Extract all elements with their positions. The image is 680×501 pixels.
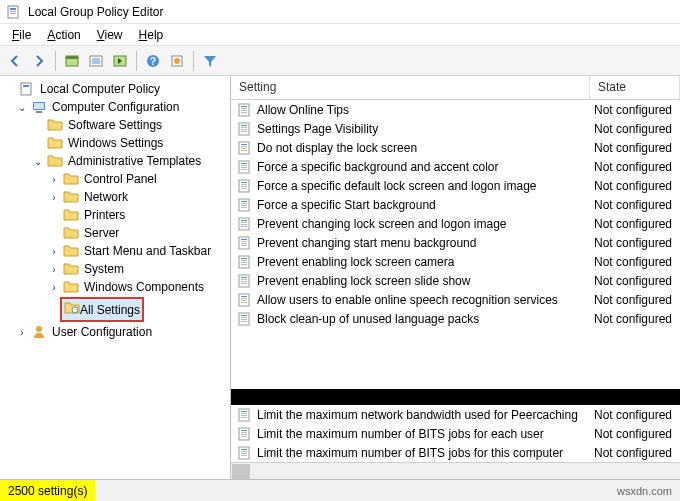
chevron-right-icon[interactable]: › <box>48 264 60 275</box>
tree-start-menu[interactable]: › Start Menu and Taskbar <box>0 242 230 260</box>
list-body[interactable]: Limit the maximum network bandwidth used… <box>231 405 680 462</box>
svg-rect-90 <box>241 434 247 435</box>
window-title: Local Group Policy Editor <box>28 5 163 19</box>
list-row[interactable]: Allow users to enable online speech reco… <box>231 290 680 309</box>
tree-label: Computer Configuration <box>50 100 181 114</box>
list-row[interactable]: Force a specific Start backgroundNot con… <box>231 195 680 214</box>
setting-state: Not configured <box>590 160 680 174</box>
list-row[interactable]: Force a specific background and accent c… <box>231 157 680 176</box>
tree-network[interactable]: › Network <box>0 188 230 206</box>
policy-item-icon <box>237 140 253 156</box>
policy-item-icon <box>237 159 253 175</box>
setting-name: Prevent changing start menu background <box>257 236 476 250</box>
chevron-right-icon[interactable]: › <box>48 282 60 293</box>
menu-action[interactable]: Action <box>39 26 88 44</box>
tree-server[interactable]: Server <box>0 224 230 242</box>
back-button[interactable] <box>4 50 26 72</box>
column-state[interactable]: State <box>590 76 680 99</box>
setting-name: Allow users to enable online speech reco… <box>257 293 558 307</box>
svg-rect-69 <box>241 279 247 280</box>
svg-text:?: ? <box>150 56 156 67</box>
settings-folder-icon <box>64 300 80 319</box>
horizontal-scrollbar[interactable] <box>231 462 680 479</box>
tree-label: Administrative Templates <box>66 154 203 168</box>
menu-help[interactable]: Help <box>131 26 172 44</box>
svg-rect-85 <box>241 415 247 416</box>
svg-point-14 <box>174 58 180 64</box>
policy-item-icon <box>237 178 253 194</box>
list-row[interactable]: Prevent changing lock screen and logon i… <box>231 214 680 233</box>
chevron-right-icon[interactable]: › <box>48 192 60 203</box>
list-row[interactable]: Limit the maximum number of BITS jobs fo… <box>231 424 680 443</box>
setting-state: Not configured <box>590 236 680 250</box>
list-row[interactable]: Allow Online TipsNot configured <box>231 100 680 119</box>
list-row[interactable]: Block clean-up of unused language packsN… <box>231 309 680 328</box>
scrollbar-thumb[interactable] <box>232 464 250 479</box>
svg-rect-74 <box>241 298 247 299</box>
tree-printers[interactable]: Printers <box>0 206 230 224</box>
main-area: Local Computer Policy ⌄ Computer Configu… <box>0 76 680 479</box>
tree-windows-settings[interactable]: Windows Settings <box>0 134 230 152</box>
setting-state: Not configured <box>590 103 680 117</box>
tree-comp-config[interactable]: ⌄ Computer Configuration <box>0 98 230 116</box>
help-button[interactable]: ? <box>142 50 164 72</box>
tool-icon-1[interactable] <box>61 50 83 72</box>
tool-icon-2[interactable] <box>85 50 107 72</box>
svg-rect-38 <box>241 163 247 164</box>
toolbar-separator-3 <box>193 51 194 71</box>
list-pane: Setting State Allow Online TipsNot confi… <box>231 76 680 479</box>
svg-rect-53 <box>241 220 247 221</box>
menu-view[interactable]: View <box>89 26 131 44</box>
list-body[interactable]: Allow Online TipsNot configuredSettings … <box>231 100 680 389</box>
tree-control-panel[interactable]: › Control Panel <box>0 170 230 188</box>
setting-state: Not configured <box>590 446 680 460</box>
tree-system[interactable]: › System <box>0 260 230 278</box>
list-row[interactable]: Prevent enabling lock screen slide showN… <box>231 271 680 290</box>
menu-bar: File Action View Help <box>0 24 680 46</box>
svg-rect-71 <box>241 283 247 284</box>
svg-rect-36 <box>241 150 247 151</box>
chevron-down-icon[interactable]: ⌄ <box>32 156 44 167</box>
menu-file[interactable]: File <box>4 26 39 44</box>
svg-rect-26 <box>241 112 247 113</box>
tree-label: System <box>82 262 126 276</box>
list-row[interactable]: Do not display the lock screenNot config… <box>231 138 680 157</box>
list-row[interactable]: Limit the maximum network bandwidth used… <box>231 405 680 424</box>
folder-icon <box>47 135 63 151</box>
tree-user-config[interactable]: › User Configuration <box>0 323 230 341</box>
setting-state: Not configured <box>590 198 680 212</box>
svg-rect-15 <box>21 83 31 95</box>
svg-rect-60 <box>241 243 247 244</box>
redaction-bar <box>231 389 680 405</box>
policy-item-icon <box>237 197 253 213</box>
list-row[interactable]: Settings Page VisibilityNot configured <box>231 119 680 138</box>
list-row[interactable]: Force a specific default lock screen and… <box>231 176 680 195</box>
list-row[interactable]: Limit the maximum number of BITS jobs fo… <box>231 443 680 462</box>
svg-rect-68 <box>241 277 247 278</box>
tool-icon-3[interactable] <box>109 50 131 72</box>
tree-win-components[interactable]: › Windows Components <box>0 278 230 296</box>
chevron-right-icon[interactable]: › <box>48 174 60 185</box>
svg-rect-70 <box>241 281 247 282</box>
tree-admin-templates[interactable]: ⌄ Administrative Templates <box>0 152 230 170</box>
column-setting[interactable]: Setting <box>231 76 590 99</box>
svg-rect-59 <box>241 241 247 242</box>
tree-pane[interactable]: Local Computer Policy ⌄ Computer Configu… <box>0 76 231 479</box>
svg-rect-65 <box>241 262 247 263</box>
forward-button[interactable] <box>28 50 50 72</box>
folder-icon <box>63 225 79 241</box>
list-row[interactable]: Prevent enabling lock screen cameraNot c… <box>231 252 680 271</box>
tree-root[interactable]: Local Computer Policy <box>0 80 230 98</box>
folder-icon <box>63 243 79 259</box>
chevron-down-icon[interactable]: ⌄ <box>16 102 28 113</box>
chevron-right-icon[interactable]: › <box>48 246 60 257</box>
tree-software-settings[interactable]: Software Settings <box>0 116 230 134</box>
tree-all-settings-highlighted[interactable]: All Settings <box>60 297 144 322</box>
chevron-right-icon[interactable]: › <box>16 327 28 338</box>
tool-icon-4[interactable] <box>166 50 188 72</box>
setting-state: Not configured <box>590 122 680 136</box>
tree-label: Server <box>82 226 121 240</box>
svg-rect-55 <box>241 224 247 225</box>
list-row[interactable]: Prevent changing start menu backgroundNo… <box>231 233 680 252</box>
filter-button[interactable] <box>199 50 221 72</box>
